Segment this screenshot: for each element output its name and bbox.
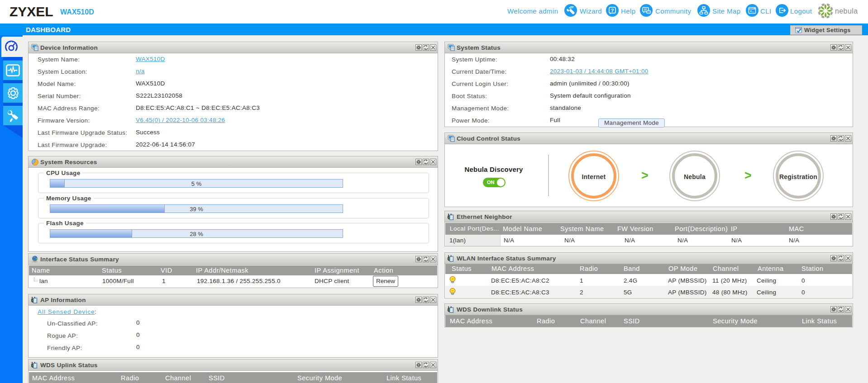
svg-text:<..: <.. xyxy=(750,9,754,13)
svg-text:?: ? xyxy=(611,8,614,13)
